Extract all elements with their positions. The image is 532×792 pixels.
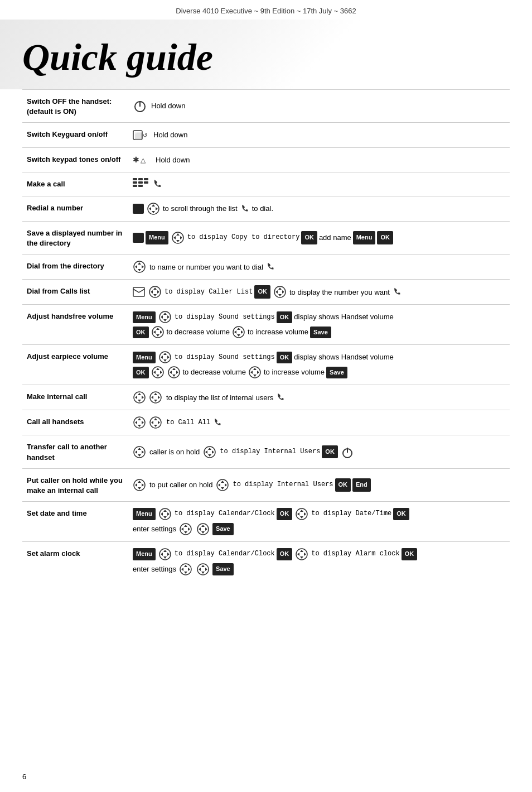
shows-volume-text-2: display shows Handset volume [294,352,393,363]
svg-marker-57 [163,353,167,355]
svg-marker-65 [160,371,162,374]
dial-dir-text: to name or number you want to dial [149,261,263,273]
svg-marker-73 [253,375,257,377]
svg-marker-140 [163,556,167,559]
row-label: Switch keypad tones on/off [22,147,128,172]
svg-marker-80 [142,396,144,399]
row-content: to display Caller List OK to display the… [128,280,510,305]
svg-marker-95 [158,421,160,424]
svg-marker-34 [151,290,153,294]
svg-marker-122 [167,512,170,516]
row-content: to name or number you want to dial [128,255,510,280]
nav-icon-15 [133,416,146,429]
svg-marker-19 [156,207,158,210]
svg-marker-23 [173,236,176,239]
svg-marker-154 [201,565,205,567]
svg-marker-131 [181,527,183,531]
svg-marker-79 [135,396,137,399]
hold-down-text-2: Hold down [153,128,187,141]
row-content: Menu to display Calendar/Clock OK [128,502,510,542]
svg-rect-14 [144,181,148,184]
svg-marker-137 [205,527,207,531]
svg-marker-32 [153,287,157,290]
table-row: Adjust earpiece volume Menu [22,345,510,385]
nav-icon-26 [295,548,308,561]
svg-marker-104 [205,450,207,454]
nav-icon-14 [149,391,162,404]
nav-icon-19 [133,478,146,492]
svg-marker-82 [154,393,157,395]
svg-marker-49 [153,330,156,334]
save-button-3: Save [212,523,234,535]
copy-to-dir-text: to display Copy to directory [187,232,300,244]
row-content: ✱ △ Hold down [128,147,510,172]
menu-button-5: Menu [133,508,156,520]
svg-marker-55 [241,330,243,334]
svg-marker-155 [201,572,205,574]
svg-marker-136 [199,527,201,531]
svg-marker-83 [154,400,157,402]
table-row: Switch Keyguard on/off ⬜ ↺ Hold down [22,123,510,147]
svg-rect-11 [133,185,137,187]
svg-marker-130 [184,531,187,534]
svg-marker-45 [167,315,170,319]
ok-button-11: OK [393,508,409,520]
svg-marker-126 [297,512,299,516]
svg-marker-134 [201,525,205,527]
nav-icon-21 [158,507,172,521]
table-row: Transfer call to another handset caller … [22,435,510,468]
call-icon-2 [265,261,276,272]
svg-marker-54 [234,330,236,334]
row-content: Menu to display Copy to directory OK add… [128,221,510,254]
svg-marker-37 [278,287,282,290]
svg-marker-135 [201,531,205,534]
svg-marker-147 [304,553,306,556]
call-all-text: to Call All [166,417,210,429]
svg-marker-50 [160,330,162,334]
svg-rect-7 [133,178,137,180]
svg-marker-94 [151,421,153,424]
svg-rect-30 [133,287,144,296]
svg-marker-124 [300,510,303,512]
svg-marker-144 [300,550,303,552]
ok-button-6: OK [277,352,293,364]
svg-marker-149 [184,565,187,567]
svg-marker-105 [212,450,214,454]
svg-marker-139 [163,550,167,552]
svg-rect-8 [138,178,143,180]
table-row: Call all handsets [22,410,510,435]
cal-clock-text-1: to display Calendar/Clock [175,508,275,519]
svg-marker-78 [138,400,141,402]
row-label: Adjust earpiece volume [22,345,128,385]
cal-clock-text-2: to display Calendar/Clock [175,549,275,559]
svg-marker-121 [161,512,163,516]
internal-users-text: to display the list of internal users [166,391,273,404]
table-row: Dial from Calls list [22,280,510,305]
black-box-2 [133,233,144,243]
svg-marker-142 [167,553,170,556]
svg-marker-145 [300,556,303,559]
ok-button-4: OK [277,311,293,324]
svg-marker-117 [225,483,227,487]
svg-marker-93 [154,425,157,427]
table-row: Make internal call [22,385,510,410]
row-label: Switch Keyguard on/off [22,123,128,147]
table-row: Dial from the directory to name or numbe… [22,255,510,280]
menu-button-2: Menu [353,231,376,244]
nav-icon-13 [133,391,146,404]
svg-marker-35 [157,290,159,294]
row-label: Adjust handsfree volume [22,305,128,345]
nav-icon-3 [133,260,146,273]
hold-down-text-1: Hold down [151,99,185,112]
svg-marker-33 [153,294,157,296]
svg-marker-38 [278,294,282,296]
enter-settings-text-1: enter settings [133,524,176,535]
svg-marker-48 [156,334,159,337]
svg-marker-89 [135,421,137,424]
row-label: Call all handsets [22,410,128,435]
nav-icon-5 [273,285,287,299]
sound-settings-text-2: to display Sound settings [175,352,275,363]
tones-icon: ✱ △ [133,153,152,166]
svg-marker-127 [304,512,306,516]
svg-marker-110 [138,487,141,489]
